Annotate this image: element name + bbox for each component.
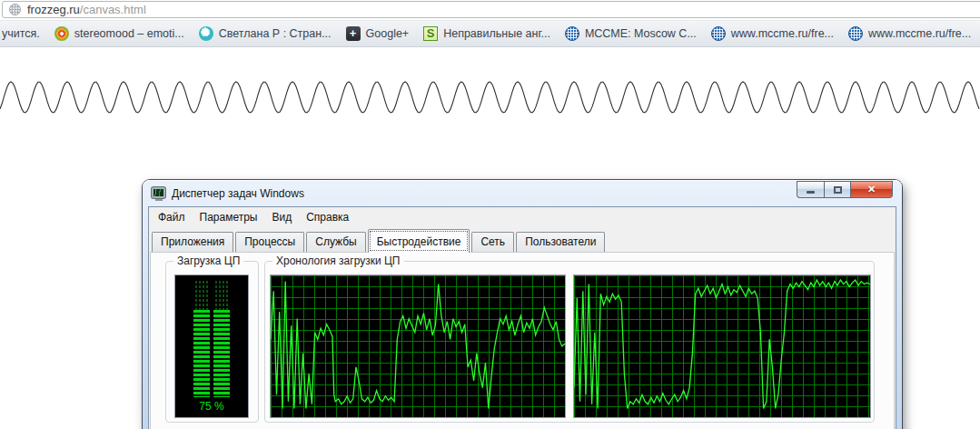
bookmark-label: Светлана Р : Стран... (219, 27, 332, 40)
cpu-history-graph-1 (270, 274, 566, 418)
bookmark-item[interactable]: www.mccme.ru/fre... (841, 24, 978, 44)
task-manager-window: Диспетчер задач Windows ✕ ФайлПараметрыВ… (143, 180, 902, 429)
window-controls: ✕ (797, 181, 893, 198)
bookmark-item[interactable]: www.mccme.ru/fre... (704, 24, 841, 44)
page-content: Диспетчер задач Windows ✕ ФайлПараметрыВ… (0, 48, 980, 429)
cpu-history-label: Хронология загрузки ЦП (272, 254, 404, 267)
menu-bar: ФайлПараметрыВидСправка (149, 207, 896, 227)
cpu-usage-value: 75 % (175, 400, 248, 413)
globe-icon (9, 4, 21, 15)
menu-item[interactable]: Параметры (193, 208, 265, 226)
menu-item[interactable]: Файл (151, 208, 193, 226)
minimize-icon (807, 191, 815, 194)
window-title: Диспетчер задач Windows (172, 187, 893, 200)
teal-circle-icon (199, 26, 213, 41)
canvas-wave (0, 48, 980, 148)
bookmark-item[interactable]: Светлана Р : Стран... (192, 24, 339, 44)
letter-s-icon: S (423, 26, 438, 41)
maximize-button[interactable] (824, 181, 851, 198)
url-text: frozzeg.ru/canvas.html (27, 3, 146, 16)
maximize-icon (834, 186, 842, 194)
tab-strip: ПриложенияПроцессыСлужбыБыстродействиеСе… (149, 227, 896, 252)
bookmark-item[interactable]: учится. (0, 24, 47, 44)
url-field[interactable]: frozzeg.ru/canvas.html (2, 1, 980, 18)
cpu-history-graph-2 (573, 274, 871, 418)
bookmark-item[interactable]: stereomood – emoti... (47, 24, 192, 44)
bookmark-item[interactable]: MCCME: Moscow C... (558, 24, 704, 44)
stereomood-icon (54, 26, 69, 41)
browser-address-bar: frozzeg.ru/canvas.html (0, 0, 980, 20)
googleplus-icon: + (346, 26, 361, 41)
tab[interactable]: Процессы (235, 232, 304, 252)
bookmark-item[interactable]: SНеправильные анг... (416, 24, 558, 44)
tab[interactable]: Службы (306, 232, 365, 252)
bookmark-item[interactable]: +Google+ (339, 24, 417, 44)
bookmark-label: stereomood – emoti... (74, 27, 184, 40)
performance-tab-page: Загрузка ЦП 75 % Хронология загрузки ЦП (150, 252, 895, 429)
url-path: /canvas.html (80, 3, 146, 16)
globe-icon (711, 26, 726, 41)
task-manager-icon (152, 187, 166, 200)
cpu-history-groupbox: Хронология загрузки ЦП (264, 261, 875, 423)
title-bar[interactable]: Диспетчер задач Windows (148, 180, 896, 206)
bookmark-label: учится. (2, 27, 40, 40)
led-column (213, 281, 230, 397)
cpu-usage-label: Загрузка ЦП (173, 254, 243, 267)
bookmark-label: MCCME: Moscow C... (585, 27, 697, 40)
globe-icon (565, 26, 579, 41)
url-domain: frozzeg.ru (27, 3, 80, 16)
tab[interactable]: Сеть (471, 232, 514, 252)
bookmark-label: www.mccme.ru/fre... (731, 27, 834, 40)
bookmark-label: www.mccme.ru/fre... (868, 27, 971, 40)
globe-icon (848, 26, 863, 41)
tab[interactable]: Приложения (152, 232, 233, 252)
bookmark-label: Неправильные анг... (443, 27, 550, 40)
menu-item[interactable]: Вид (264, 208, 299, 226)
close-button[interactable]: ✕ (851, 181, 893, 198)
bookmark-label: Google+ (366, 27, 410, 40)
led-column (193, 281, 210, 397)
tab[interactable]: Пользователи (516, 232, 605, 252)
menu-item[interactable]: Справка (299, 208, 356, 226)
tab-active[interactable]: Быстродействие (368, 229, 470, 253)
led-columns (193, 281, 230, 397)
cpu-usage-meter: 75 % (174, 274, 249, 418)
minimize-button[interactable] (797, 181, 824, 198)
window-client-area: ФайлПараметрыВидСправка ПриложенияПроцес… (148, 206, 896, 429)
close-icon: ✕ (867, 184, 876, 195)
cpu-usage-groupbox: Загрузка ЦП 75 % (165, 261, 259, 423)
bookmarks-bar: учится.stereomood – emoti...Светлана Р :… (0, 20, 980, 47)
